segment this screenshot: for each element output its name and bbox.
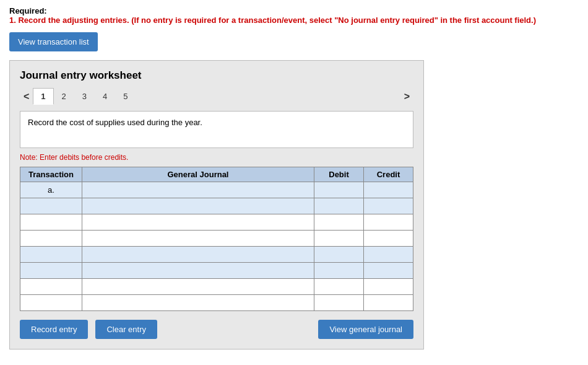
- credit-input[interactable]: [364, 279, 413, 294]
- debit-cell[interactable]: [314, 198, 364, 214]
- table-row: [20, 231, 413, 247]
- journal-cell[interactable]: [82, 182, 314, 198]
- required-section: Required: 1. Record the adjusting entrie…: [9, 6, 579, 25]
- journal-cell[interactable]: [82, 247, 314, 263]
- view-transaction-button[interactable]: View transaction list: [9, 32, 98, 51]
- credit-cell[interactable]: [364, 279, 413, 295]
- transaction-label: a.: [20, 182, 82, 198]
- credit-input[interactable]: [364, 182, 413, 198]
- header-transaction: Transaction: [20, 167, 82, 182]
- debit-cell[interactable]: [314, 247, 364, 263]
- transaction-label: [20, 295, 82, 311]
- credit-cell[interactable]: [364, 182, 413, 198]
- table-row: a.: [20, 182, 413, 198]
- worksheet-title: Journal entry worksheet: [20, 69, 413, 82]
- journal-input[interactable]: [82, 247, 314, 262]
- table-row: [20, 198, 413, 214]
- prev-tab-button[interactable]: <: [20, 90, 33, 103]
- debit-input[interactable]: [314, 247, 363, 262]
- debit-cell[interactable]: [314, 231, 364, 247]
- journal-input[interactable]: [82, 279, 314, 294]
- debit-input[interactable]: [314, 198, 363, 214]
- journal-cell[interactable]: [82, 231, 314, 247]
- tabs-row: < 1 2 3 4 5 >: [20, 88, 413, 105]
- header-debit: Debit: [314, 167, 364, 182]
- required-label: Required:: [9, 6, 579, 15]
- credit-cell[interactable]: [364, 247, 413, 263]
- table-row: [20, 247, 413, 263]
- transaction-label: [20, 279, 82, 295]
- note-text: Note: Enter debits before credits.: [20, 153, 413, 162]
- debit-cell[interactable]: [314, 263, 364, 279]
- debit-input[interactable]: [314, 231, 363, 246]
- credit-input[interactable]: [364, 198, 413, 214]
- journal-cell[interactable]: [82, 279, 314, 295]
- tab-4[interactable]: 4: [95, 88, 115, 105]
- journal-input[interactable]: [82, 198, 314, 214]
- table-row: [20, 214, 413, 231]
- table-row: [20, 263, 413, 279]
- header-general-journal: General Journal: [82, 167, 314, 182]
- journal-cell[interactable]: [82, 214, 314, 231]
- credit-cell[interactable]: [364, 295, 413, 311]
- required-instruction: 1. Record the adjusting entries. (If no …: [9, 15, 579, 25]
- view-general-journal-button[interactable]: View general journal: [318, 320, 413, 339]
- journal-input[interactable]: [82, 263, 314, 278]
- debit-cell[interactable]: [314, 279, 364, 295]
- credit-input[interactable]: [364, 231, 413, 246]
- credit-input[interactable]: [364, 214, 413, 230]
- action-buttons: Record entry Clear entry View general jo…: [20, 320, 413, 339]
- tab-3[interactable]: 3: [74, 88, 95, 105]
- journal-cell[interactable]: [82, 295, 314, 311]
- tab-1[interactable]: 1: [33, 88, 53, 105]
- record-entry-button[interactable]: Record entry: [20, 320, 88, 339]
- worksheet-container: Journal entry worksheet < 1 2 3 4 5 > Re…: [9, 60, 424, 350]
- debit-input[interactable]: [314, 214, 363, 230]
- instruction-text: Record the cost of supplies used during …: [28, 118, 202, 127]
- debit-input[interactable]: [314, 182, 363, 198]
- table-row: [20, 279, 413, 295]
- table-header-row: Transaction General Journal Debit Credit: [20, 167, 413, 182]
- next-tab-button[interactable]: >: [400, 90, 413, 103]
- debit-cell[interactable]: [314, 295, 364, 311]
- transaction-label: [20, 214, 82, 231]
- journal-input[interactable]: [82, 214, 314, 230]
- credit-input[interactable]: [364, 247, 413, 262]
- instruction-highlight: (If no entry is required for a transacti…: [131, 15, 536, 25]
- transaction-label: [20, 231, 82, 247]
- transaction-label: [20, 247, 82, 263]
- credit-cell[interactable]: [364, 263, 413, 279]
- credit-input[interactable]: [364, 295, 413, 310]
- journal-table: Transaction General Journal Debit Credit…: [20, 167, 413, 311]
- journal-cell[interactable]: [82, 198, 314, 214]
- credit-cell[interactable]: [364, 231, 413, 247]
- instruction-plain: 1. Record the adjusting entries.: [9, 15, 131, 25]
- debit-cell[interactable]: [314, 182, 364, 198]
- tab-5[interactable]: 5: [115, 88, 136, 105]
- journal-input[interactable]: [82, 231, 314, 246]
- credit-input[interactable]: [364, 263, 413, 278]
- journal-input[interactable]: [82, 182, 314, 198]
- journal-input[interactable]: [82, 295, 314, 310]
- instruction-box: Record the cost of supplies used during …: [20, 111, 413, 148]
- header-credit: Credit: [364, 167, 413, 182]
- transaction-label: [20, 263, 82, 279]
- credit-cell[interactable]: [364, 214, 413, 231]
- transaction-label: [20, 198, 82, 214]
- table-row: [20, 295, 413, 311]
- credit-cell[interactable]: [364, 198, 413, 214]
- journal-cell[interactable]: [82, 263, 314, 279]
- clear-entry-button[interactable]: Clear entry: [95, 320, 157, 339]
- debit-input[interactable]: [314, 263, 363, 278]
- debit-input[interactable]: [314, 295, 363, 310]
- tab-2[interactable]: 2: [54, 88, 74, 105]
- debit-input[interactable]: [314, 279, 363, 294]
- debit-cell[interactable]: [314, 214, 364, 231]
